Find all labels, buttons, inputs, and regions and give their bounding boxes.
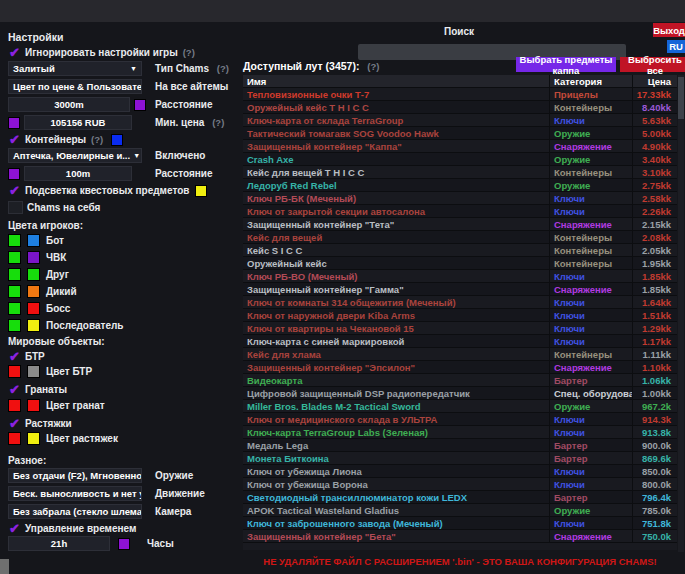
loot-table-row[interactable]: Miller Bros. Blades M-2 Tactical SwordОр…: [243, 400, 677, 413]
ignore-help-icon[interactable]: (?): [183, 47, 195, 58]
tripwires-color-b-swatch[interactable]: [27, 432, 40, 445]
loot-table-row[interactable]: Ключ от закрытой секции автосалонаКлючи2…: [243, 205, 677, 218]
loot-table-row[interactable]: Кейс для вещей T H I C CКонтейнеры3.10kk: [243, 166, 677, 179]
player-color-a-swatch[interactable]: [8, 285, 21, 298]
player-color-a-swatch[interactable]: [8, 268, 21, 281]
column-header-price[interactable]: Цена: [632, 75, 677, 87]
loot-item-name: Защищенный контейнер "Бета": [243, 530, 549, 542]
loot-table-row[interactable]: Ключ-карта от склада TerraGroupКлючи5.63…: [243, 114, 677, 127]
loot-item-name: Miller Bros. Blades M-2 Tactical Sword: [243, 400, 549, 412]
chams-self-checkbox[interactable]: [8, 201, 23, 214]
weapon-label: Оружие: [155, 470, 193, 481]
loot-item-category: Бартер: [549, 491, 632, 503]
all-items-dropdown[interactable]: Цвет по цене & Пользователь ▼: [8, 79, 142, 94]
loot-table-row[interactable]: Ключ-карта с синей маркировкойКлючи1.17k…: [243, 335, 677, 348]
btr-color-b-swatch[interactable]: [27, 365, 40, 378]
player-color-a-swatch[interactable]: [8, 302, 21, 315]
column-header-name[interactable]: Имя: [243, 75, 549, 87]
loot-help-icon[interactable]: (?): [367, 61, 379, 72]
loot-table-row[interactable]: Кейс для вещейКонтейнеры2.08kk: [243, 231, 677, 244]
tripwires-color-a-swatch[interactable]: [8, 432, 21, 445]
min-price-color-swatch[interactable]: [8, 117, 20, 129]
containers-checkbox[interactable]: ✔: [8, 133, 21, 146]
loot-table-row[interactable]: Монета БиткоинаБартер869.6k: [243, 452, 677, 465]
camera-dropdown[interactable]: Без забрала (стекло шлема) ▼: [8, 504, 142, 519]
btr-color-a-swatch[interactable]: [8, 365, 21, 378]
grenades-color-a-swatch[interactable]: [8, 399, 21, 412]
loot-table-row[interactable]: Медаль LegaБартер900.0k: [243, 439, 677, 452]
containers-distance-input[interactable]: 100m: [24, 166, 132, 181]
hours-color-swatch[interactable]: [118, 538, 130, 550]
loot-table-row[interactable]: Оружейный кейсКонтейнеры1.95kk: [243, 257, 677, 270]
exit-button[interactable]: Выход: [653, 23, 685, 37]
containers-filter-value: Аптечка, Ювелирные и...: [13, 150, 130, 161]
containers-color-swatch[interactable]: [111, 134, 123, 146]
containers-help-icon[interactable]: (?): [91, 134, 103, 145]
btr-checkbox[interactable]: ✔: [8, 350, 21, 363]
loot-table-row[interactable]: Ключ от медицинского склада в УЛЬТРАКлюч…: [243, 413, 677, 426]
containers-distance-color-swatch[interactable]: [8, 168, 20, 180]
language-button[interactable]: RU: [667, 40, 685, 53]
loot-table-row[interactable]: Ключ РБ-БК (Меченый)Ключи2.58kk: [243, 192, 677, 205]
hours-label: Часы: [147, 538, 174, 549]
loot-table-row[interactable]: Crash AxeОружие3.40kk: [243, 153, 677, 166]
loot-table-row[interactable]: Ключ РБ-ВО (Меченый)Ключи1.85kk: [243, 270, 677, 283]
loot-item-price: 1.17kk: [632, 335, 677, 347]
drop-all-button[interactable]: Выбросить все: [620, 57, 685, 72]
quest-color-swatch[interactable]: [195, 185, 207, 197]
loot-table-row[interactable]: Ключ от наружной двери Kiba ArmsКлючи1.5…: [243, 309, 677, 322]
select-kappa-items-button[interactable]: Выбрать предметы каппа: [516, 57, 616, 72]
grenades-checkbox[interactable]: ✔: [8, 383, 21, 396]
loot-table-row[interactable]: Ледоруб Red RebelОружие2.75kk: [243, 179, 677, 192]
loot-table-row[interactable]: Тепловизионные очки Т-7Прицелы17.33kk: [243, 88, 677, 101]
loot-table-row[interactable]: Цифровой защищенный DSP радиопередатчикС…: [243, 387, 677, 400]
loot-item-category: Прицелы: [549, 88, 632, 100]
player-color-a-swatch[interactable]: [8, 234, 21, 247]
grenades-color-b-swatch[interactable]: [27, 399, 40, 412]
loot-table-row[interactable]: Защищенный контейнер "Эпсилон"Снаряжение…: [243, 361, 677, 374]
loot-item-category: Оружие: [549, 400, 632, 412]
loot-scrollbar-thumb[interactable]: [678, 77, 684, 119]
movement-dropdown[interactable]: Беск. выносливость и нет уста ▼: [8, 486, 142, 501]
loot-table-row[interactable]: Защищенный контейнер "Бета"Снаряжение750…: [243, 530, 677, 543]
loot-table-row[interactable]: Ключ от заброшенного завода (Меченый)Клю…: [243, 517, 677, 530]
column-header-category[interactable]: Категория: [549, 75, 632, 87]
loot-table-row[interactable]: ВидеокартаБартер1.06kk: [243, 374, 677, 387]
distance-input[interactable]: 3000m: [8, 97, 130, 112]
player-color-b-swatch[interactable]: [27, 251, 40, 264]
loot-table-row[interactable]: Светодиодный трансиллюминатор кожи LEDXБ…: [243, 491, 677, 504]
loot-table-row[interactable]: APOK Tactical Wasteland GladiusОружие785…: [243, 504, 677, 517]
loot-table-row[interactable]: Кейс для хламаКонтейнеры1.11kk: [243, 348, 677, 361]
time-control-checkbox[interactable]: ✔: [8, 522, 21, 535]
loot-scrollbar[interactable]: [678, 75, 684, 552]
loot-table-row[interactable]: Ключ от убежища ВоронаКлючи800.0k: [243, 478, 677, 491]
loot-table-row[interactable]: Защищенный контейнер "Тета"Снаряжение2.1…: [243, 218, 677, 231]
chams-type-dropdown[interactable]: Залитый ▼: [8, 61, 142, 76]
tripwires-checkbox[interactable]: ✔: [8, 417, 21, 430]
containers-filter-dropdown[interactable]: Аптечка, Ювелирные и... ▼: [8, 148, 142, 163]
player-color-a-swatch[interactable]: [8, 319, 21, 332]
hours-input[interactable]: 21h: [8, 536, 110, 551]
player-color-b-swatch[interactable]: [27, 285, 40, 298]
distance-color-swatch[interactable]: [134, 99, 146, 111]
player-color-b-swatch[interactable]: [27, 319, 40, 332]
weapon-dropdown[interactable]: Без отдачи (F2), Мгновенное п ▼: [8, 468, 142, 483]
loot-table-row[interactable]: Ключ-карта TerraGroup Labs (Зеленая)Ключ…: [243, 426, 677, 439]
loot-table-row[interactable]: Тактический томагавк SOG Voodoo HawkОруж…: [243, 127, 677, 140]
loot-table-row[interactable]: Защищенный контейнер "Гамма"Снаряжение1.…: [243, 283, 677, 296]
quest-highlight-checkbox[interactable]: ✔: [8, 184, 21, 197]
loot-table-row[interactable]: Защищенный контейнер "Каппа"Снаряжение4.…: [243, 140, 677, 153]
loot-table-row[interactable]: Ключ от убежища ЛионаКлючи850.0k: [243, 465, 677, 478]
loot-table-row[interactable]: Кейс S I C CКонтейнеры2.05kk: [243, 244, 677, 257]
player-color-b-swatch[interactable]: [27, 268, 40, 281]
loot-table-row[interactable]: Оружейный кейс T H I C CКонтейнеры8.40kk: [243, 101, 677, 114]
player-color-b-swatch[interactable]: [27, 234, 40, 247]
loot-table-row[interactable]: Ключ от квартиры на Чекановой 15Ключи1.2…: [243, 322, 677, 335]
partial-loot-row[interactable]: [243, 543, 677, 550]
player-type-label: Босс: [46, 303, 70, 314]
player-color-b-swatch[interactable]: [27, 302, 40, 315]
ignore-game-settings-checkbox[interactable]: ✔: [8, 46, 21, 59]
loot-table-row[interactable]: Ключ от комнаты 314 общежития (Меченый)К…: [243, 296, 677, 309]
min-price-input[interactable]: 105156 RUB: [24, 115, 132, 130]
player-color-a-swatch[interactable]: [8, 251, 21, 264]
